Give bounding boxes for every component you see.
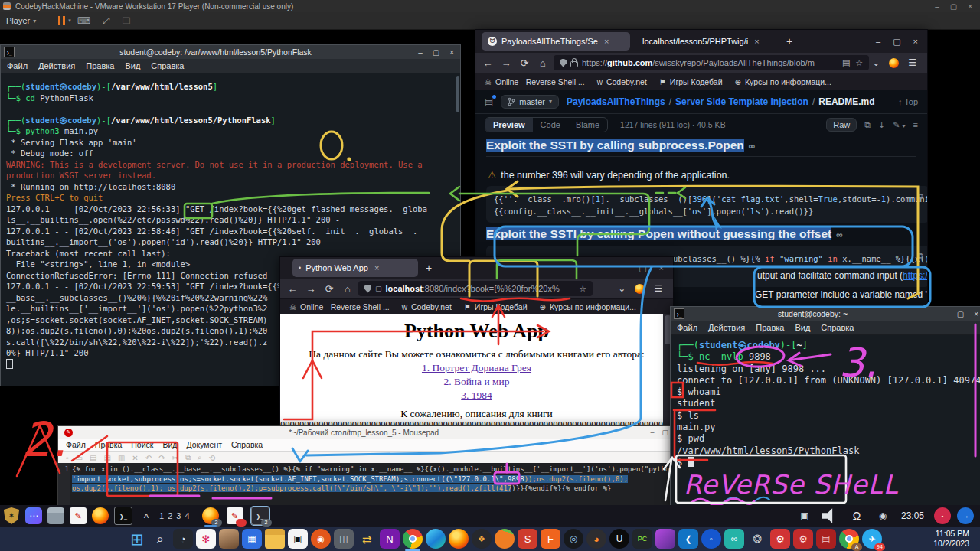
- boxy-app-icon[interactable]: ▣: [288, 529, 308, 549]
- vm-kvm-icon[interactable]: ⇄: [357, 529, 377, 549]
- menu-item-справка[interactable]: Справка: [821, 323, 854, 332]
- bookmark-star-icon[interactable]: ☆: [855, 58, 863, 68]
- new-tab-button[interactable]: +: [426, 262, 432, 274]
- toolbar-icon[interactable]: ✕: [132, 454, 138, 462]
- url-bar[interactable]: ▢ localhost:8080/index?book={%%20for%20x…: [358, 281, 593, 296]
- windows-clock[interactable]: 11:05 PM 10/2/2023: [933, 529, 969, 549]
- minimize-icon[interactable]: –: [418, 48, 423, 57]
- visual-studio-icon[interactable]: [655, 529, 675, 549]
- close-tab-icon[interactable]: ×: [374, 263, 379, 272]
- chrome-profile-icon[interactable]: A: [839, 529, 859, 549]
- outline-icon[interactable]: ≡: [913, 120, 918, 129]
- edit-pencil-icon[interactable]: ✎ ▾: [893, 120, 905, 130]
- bookmark-item[interactable]: ☠Online - Reverse Shell ...: [289, 302, 390, 311]
- close-icon[interactable]: ×: [968, 2, 972, 11]
- notifications-bell-icon[interactable]: Ω: [848, 507, 865, 524]
- pause-dropdown-icon[interactable]: ▾: [68, 18, 71, 24]
- maximize-icon[interactable]: ▢: [639, 263, 646, 273]
- copy-code-icon[interactable]: ⧉: [917, 191, 923, 203]
- davinci-icon[interactable]: ❖: [472, 529, 492, 549]
- raw-button[interactable]: Raw: [826, 118, 857, 132]
- tab-payloadsallthethings[interactable]: ᗢ PayloadsAllTheThings/Se ×: [482, 32, 630, 51]
- copy-raw-icon[interactable]: ⧉: [864, 120, 871, 130]
- art-app-icon[interactable]: [219, 529, 239, 549]
- terminal-window-netcat[interactable]: ❯_ student@codeby: ~ – ▢ × ФайлДействияП…: [670, 306, 980, 507]
- forward-button[interactable]: →: [303, 283, 318, 295]
- windows-start-icon[interactable]: ⊞: [127, 529, 147, 549]
- twitter-link[interactable]: https://twitter.com/SecGus: [903, 270, 927, 281]
- breadcrumb-repo[interactable]: PayloadsAllTheThings: [567, 96, 665, 107]
- mousepad-editor[interactable]: 1 {% for x in ().__class__.__base__.__su…: [58, 463, 675, 506]
- minimize-icon[interactable]: –: [876, 37, 880, 47]
- bookmark-item[interactable]: ⚑Игры Кодебай: [464, 302, 528, 311]
- task-firefox-icon[interactable]: 2: [202, 507, 219, 524]
- bookmark-item[interactable]: ⚑Игры Кодебай: [659, 77, 723, 86]
- code-block-subprocess[interactable]: ⧉ {{''.__class__.mro()[1].__subclasses__…: [486, 186, 927, 223]
- scrollbar[interactable]: [456, 76, 459, 112]
- minimize-icon[interactable]: –: [650, 429, 654, 436]
- power-shield-icon[interactable]: ◉: [874, 507, 891, 524]
- ninja-icon[interactable]: ❂: [747, 529, 767, 549]
- maximize-icon[interactable]: ▢: [662, 429, 668, 436]
- gauge-app-icon[interactable]: ◔: [173, 529, 193, 549]
- red-toolbox-icon[interactable]: ▤: [816, 529, 836, 549]
- toolbar-icon[interactable]: ⧉: [185, 453, 191, 462]
- menu-item-правка[interactable]: Правка: [756, 323, 784, 332]
- maximize-icon[interactable]: ▢: [433, 48, 439, 57]
- close-icon[interactable]: ×: [974, 310, 978, 318]
- tab-code[interactable]: Code: [533, 118, 568, 132]
- bookmark-item[interactable]: ⊕Курсы по информаци...: [735, 77, 831, 86]
- sync-icon[interactable]: →: [957, 507, 974, 524]
- folder-icon[interactable]: [265, 529, 285, 549]
- maximize-icon[interactable]: ▢: [957, 310, 964, 318]
- red-gear2-icon[interactable]: ⚙: [793, 529, 813, 549]
- firefox-window-webapp[interactable]: • Python Web App × + – ▢ × ← → ⟳ ⌂ ▢ loc…: [279, 256, 674, 430]
- screen-lock-icon[interactable]: ▪: [934, 507, 951, 524]
- home-button[interactable]: ⌂: [340, 283, 355, 295]
- toolbar-icon[interactable]: ↷: [158, 454, 165, 462]
- minimize-icon[interactable]: –: [942, 310, 947, 318]
- menu-item-документ[interactable]: Документ: [186, 440, 222, 449]
- tab-blame[interactable]: Blame: [568, 118, 607, 132]
- player-menu-button[interactable]: Player ▾: [0, 16, 42, 25]
- calendar-icon[interactable]: ▦: [242, 529, 262, 549]
- menu-item-действия[interactable]: Действия: [38, 61, 75, 70]
- minimize-icon[interactable]: –: [935, 2, 939, 11]
- mousepad-launcher-icon[interactable]: ✎: [70, 507, 87, 524]
- menu-item-вид[interactable]: Вид: [125, 61, 140, 70]
- tracking-shield-icon[interactable]: [560, 59, 567, 67]
- link-anchor-icon[interactable]: ∞: [836, 230, 843, 240]
- firefox-account-icon[interactable]: [635, 284, 645, 294]
- terminal-launcher-icon[interactable]: ❯_: [114, 507, 132, 525]
- toolbar-icon[interactable]: ▫: [66, 454, 69, 462]
- url-bar[interactable]: https://github.com/swisskyrepo/PayloadsA…: [554, 55, 869, 70]
- menu-item-вид[interactable]: Вид: [795, 323, 810, 332]
- toolbar-icon[interactable]: ▥: [118, 454, 125, 462]
- reader-mode-icon[interactable]: ▤: [842, 58, 850, 68]
- reload-button[interactable]: ⟳: [322, 283, 337, 295]
- pocket-icon[interactable]: ⌄: [618, 283, 626, 294]
- menu-item-вид[interactable]: Вид: [162, 440, 177, 449]
- cam-oo-icon[interactable]: ∞: [724, 529, 744, 549]
- slack-icon[interactable]: ✻: [196, 529, 216, 549]
- close-tab-icon[interactable]: ×: [754, 37, 759, 46]
- menu-item-справка[interactable]: Справка: [231, 440, 263, 449]
- toolbar-icon[interactable]: ↶: [145, 454, 152, 462]
- workspace-3[interactable]: 3: [176, 511, 181, 520]
- chrome-icon[interactable]: [403, 529, 423, 549]
- workspace-4[interactable]: 4: [185, 511, 189, 520]
- minimize-icon[interactable]: –: [622, 263, 626, 273]
- book-link-3[interactable]: 3. 1984: [280, 390, 673, 402]
- menu-item-правка[interactable]: Правка: [86, 61, 114, 70]
- close-icon[interactable]: ×: [659, 263, 664, 273]
- volume-icon[interactable]: [822, 507, 839, 524]
- telegram-icon[interactable]: ✈94: [862, 529, 882, 549]
- blender-icon[interactable]: ◕: [586, 529, 606, 549]
- bookmark-star-icon[interactable]: ☆: [579, 284, 586, 294]
- terminal-output[interactable]: ┌──(student㉿codeby)-[~]└─$ nc -nvlp 9898…: [671, 335, 980, 506]
- maximize-icon[interactable]: ▢: [893, 37, 900, 47]
- bookmark-item[interactable]: wCodeby.net: [597, 77, 647, 86]
- toolbar-icon[interactable]: ▭: [76, 454, 83, 462]
- reload-button[interactable]: ⟳: [517, 57, 532, 69]
- pycharm-icon[interactable]: PC: [632, 529, 652, 549]
